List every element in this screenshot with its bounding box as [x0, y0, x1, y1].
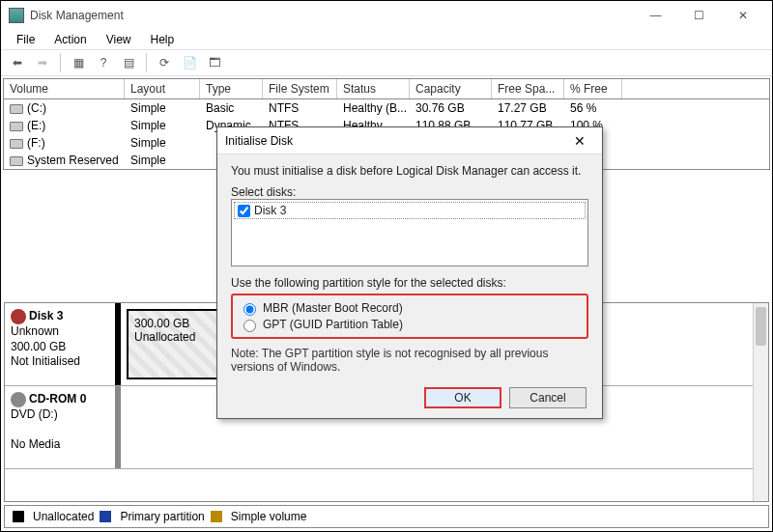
dialog-title: Initialise Disk	[225, 134, 565, 148]
cell: 17.27 GB	[492, 99, 564, 117]
col-pctfree[interactable]: % Free	[564, 79, 622, 98]
dialog-titlebar: Initialise Disk ✕	[217, 127, 602, 154]
cell: Healthy (B...	[337, 99, 410, 117]
dialog-buttons: OK Cancel	[231, 387, 588, 408]
disk-select-list[interactable]: Disk 3	[231, 199, 588, 266]
legend-label: Unallocated	[33, 510, 94, 523]
menu-action[interactable]: Action	[46, 31, 94, 48]
maximize-button[interactable]: ☐	[677, 2, 721, 29]
cancel-button[interactable]: Cancel	[509, 387, 587, 408]
legend-swatch-unallocated	[13, 511, 24, 522]
drive-icon	[10, 156, 23, 166]
cdrom-icon	[11, 392, 26, 407]
close-window-button[interactable]: ✕	[721, 2, 764, 29]
col-type[interactable]: Type	[200, 79, 263, 98]
legend: Unallocated Primary partition Simple vol…	[4, 505, 769, 528]
disk-name: Disk 3	[29, 309, 63, 322]
disk-list-item[interactable]: Disk 3	[234, 202, 586, 219]
radio-gpt[interactable]: GPT (GUID Partition Table)	[239, 317, 581, 332]
disk-header: Disk 3 Unknown 300.00 GB Not Initialised	[5, 303, 121, 385]
menu-help[interactable]: Help	[143, 31, 183, 48]
minimize-button[interactable]: —	[634, 2, 677, 29]
col-status[interactable]: Status	[337, 79, 410, 98]
cell: 30.76 GB	[410, 99, 492, 117]
legend-label: Primary partition	[120, 510, 204, 523]
partition-style-label: Use the following partition style for th…	[231, 276, 588, 290]
cell: NTFS	[263, 99, 337, 117]
cell: 56 %	[564, 99, 622, 117]
cell: Simple	[125, 117, 200, 134]
select-disks-label: Select disks:	[231, 185, 588, 199]
radio-mbr-input[interactable]	[243, 303, 256, 316]
col-freespace[interactable]: Free Spa...	[492, 79, 564, 98]
disk-size: 300.00 GB	[11, 340, 66, 353]
volume-list-header: Volume Layout Type File System Status Ca…	[4, 79, 769, 99]
toolbar-separator	[60, 53, 61, 72]
disk-media: No Media	[11, 437, 60, 451]
legend-swatch-primary	[100, 511, 111, 522]
partition-label: Unallocated	[134, 330, 195, 344]
initialise-disk-dialog: Initialise Disk ✕ You must initialise a …	[216, 126, 603, 419]
toolbar-icon-1[interactable]: ▦	[68, 52, 89, 73]
scrollbar-thumb[interactable]	[756, 307, 766, 346]
title-bar: Disk Management — ☐ ✕	[1, 1, 772, 30]
col-layout[interactable]: Layout	[125, 79, 200, 98]
ok-button[interactable]: OK	[424, 387, 501, 408]
col-capacity[interactable]: Capacity	[410, 79, 492, 98]
dialog-message: You must initialise a disk before Logica…	[231, 164, 588, 178]
disk-checkbox[interactable]	[238, 205, 250, 217]
window-title: Disk Management	[30, 9, 634, 22]
radio-mbr[interactable]: MBR (Master Boot Record)	[239, 300, 581, 316]
app-icon	[9, 8, 24, 23]
cell: (F:)	[27, 136, 45, 150]
disk-status: Not Initialised	[11, 354, 80, 368]
cell: (C:)	[27, 101, 46, 115]
toolbar: ⬅ ➡ ▦ ? ▤ ⟳ 📄 🗔	[1, 49, 772, 76]
disk-list-item-label: Disk 3	[254, 204, 286, 217]
cell: System Reserved	[27, 154, 119, 167]
scrollbar[interactable]	[753, 303, 768, 501]
dialog-note: Note: The GPT partition style is not rec…	[231, 347, 588, 374]
volume-row[interactable]: (C:) Simple Basic NTFS Healthy (B... 30.…	[4, 99, 769, 117]
refresh-icon[interactable]: ⟳	[154, 52, 175, 73]
menu-view[interactable]: View	[99, 31, 139, 48]
legend-label: Simple volume	[231, 510, 307, 523]
cell: Simple	[125, 152, 200, 169]
cell: (E:)	[27, 119, 45, 132]
partition-size: 300.00 GB	[134, 317, 189, 330]
back-button[interactable]: ⬅	[7, 52, 28, 73]
toolbar-help-icon[interactable]: ?	[93, 52, 114, 73]
drive-icon	[10, 104, 23, 114]
forward-button[interactable]: ➡	[32, 52, 53, 73]
menu-file[interactable]: File	[9, 31, 43, 48]
radio-gpt-label: GPT (GUID Partition Table)	[263, 318, 403, 331]
toolbar-icon-4[interactable]: 🗔	[204, 52, 225, 73]
legend-swatch-simple	[211, 511, 222, 522]
menu-bar: File Action View Help	[1, 30, 772, 49]
dialog-body: You must initialise a disk before Logica…	[217, 154, 602, 418]
cell: Basic	[200, 99, 263, 117]
cell: Simple	[125, 99, 200, 117]
radio-gpt-input[interactable]	[243, 320, 256, 332]
toolbar-separator	[146, 53, 147, 72]
cell: Simple	[125, 134, 200, 152]
dialog-close-button[interactable]: ✕	[565, 133, 594, 149]
disk-drive-letter: DVD (D:)	[11, 407, 58, 421]
disk-header: CD-ROM 0 DVD (D:) No Media	[5, 386, 121, 468]
partition-style-group: MBR (Master Boot Record) GPT (GUID Parti…	[231, 294, 588, 339]
radio-mbr-label: MBR (Master Boot Record)	[263, 301, 403, 315]
disk-error-icon	[11, 309, 26, 324]
disk-name: CD-ROM 0	[29, 392, 86, 406]
drive-icon	[10, 139, 23, 149]
drive-icon	[10, 122, 23, 131]
disk-state: Unknown	[11, 324, 59, 338]
toolbar-icon-3[interactable]: 📄	[179, 52, 200, 73]
toolbar-icon-2[interactable]: ▤	[118, 52, 139, 73]
col-volume[interactable]: Volume	[4, 79, 125, 98]
col-filesystem[interactable]: File System	[263, 79, 337, 98]
